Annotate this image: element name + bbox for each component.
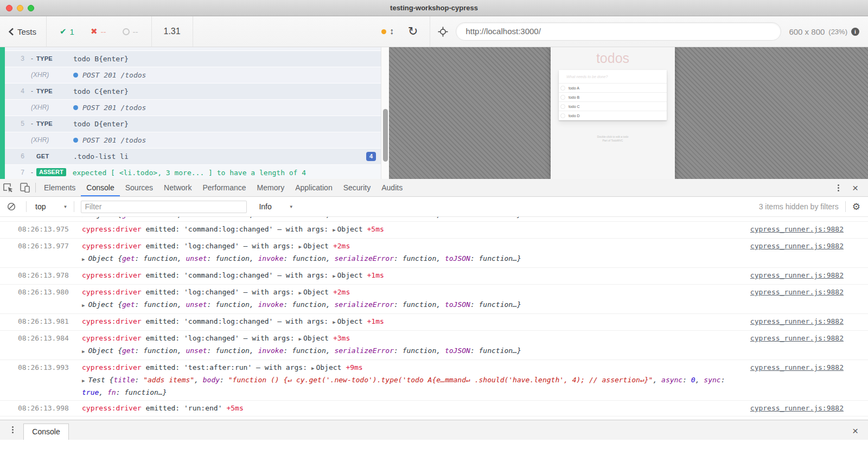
source-link[interactable]: cypress_runner.js:9882: [750, 286, 844, 298]
object-name: Object: [303, 288, 329, 296]
reporter-scrollbar[interactable]: [381, 47, 389, 179]
viewport-dimensions: 600 x 800: [789, 27, 825, 36]
command-row[interactable]: 4-TYPEtodo C{enter}: [5, 84, 389, 100]
minimize-window-button[interactable]: [17, 5, 23, 11]
tab-console[interactable]: Console: [81, 179, 119, 196]
drawer-close-icon[interactable]: ×: [849, 426, 861, 436]
command-message: .todo-list li: [73, 152, 366, 161]
child-command-dash: -: [31, 54, 36, 63]
command-row[interactable]: 7-ASSERTexpected [ <li.todo>, 3 more... …: [5, 165, 389, 179]
child-command-dash: -: [31, 87, 36, 96]
object-name: Object: [303, 242, 329, 250]
console-prompt[interactable]: ›: [0, 416, 868, 420]
debug-module-name: cypress:driver: [82, 363, 142, 371]
expand-arrow-icon[interactable]: ▶: [82, 217, 85, 218]
tab-security[interactable]: Security: [338, 179, 376, 196]
console-entry: 08:26:13.977cypress:driveremitted: 'log:…: [0, 238, 868, 267]
expand-arrow-icon[interactable]: ▶: [299, 336, 302, 342]
command-message: todo B{enter}: [73, 54, 376, 63]
divider: [430, 16, 430, 47]
clear-console-icon[interactable]: [3, 200, 20, 214]
drawer-tab-console[interactable]: Console: [23, 424, 69, 440]
inspect-element-icon[interactable]: [0, 181, 16, 195]
x-mark-icon: ✖: [91, 27, 98, 36]
todo-checkbox[interactable]: [560, 86, 565, 91]
expand-arrow-icon[interactable]: ▶: [333, 227, 335, 233]
xhr-message: POST 201 /todos: [73, 70, 376, 80]
tab-application[interactable]: Application: [290, 179, 338, 196]
expand-arrow-icon[interactable]: ▶: [333, 273, 335, 279]
close-window-button[interactable]: [6, 5, 12, 11]
todo-checkbox[interactable]: [560, 113, 565, 118]
reload-icon[interactable]: ↻: [408, 25, 418, 37]
expand-arrow-icon[interactable]: ▶: [82, 349, 85, 354]
traffic-lights: [6, 5, 34, 11]
expand-arrow-icon[interactable]: ▶: [299, 244, 302, 249]
devtools-menu-icon[interactable]: [833, 182, 844, 194]
selector-playground-icon[interactable]: [438, 27, 448, 37]
xhr-route-row[interactable]: (XHR)POST 201 /todos: [5, 67, 389, 84]
url-input[interactable]: http://localhost:3000/: [456, 22, 781, 41]
xhr-route-row[interactable]: (XHR)POST 201 /todos: [5, 132, 389, 149]
message-text: emitted: 'test:after:run' – with args:: [146, 363, 307, 371]
expand-arrow-icon[interactable]: ▶: [82, 256, 85, 262]
todo-checkbox[interactable]: [560, 95, 565, 100]
auto-scroll-toggle[interactable]: ↕: [381, 27, 394, 36]
tab-memory[interactable]: Memory: [252, 179, 290, 196]
source-link[interactable]: cypress_runner.js:9882: [750, 270, 844, 281]
command-row[interactable]: 3-TYPEtodo B{enter}: [5, 51, 389, 67]
todo-list-item[interactable]: todo B: [559, 93, 667, 102]
tab-network[interactable]: Network: [158, 179, 197, 196]
zoom-window-button[interactable]: [28, 5, 34, 11]
circle-icon: [123, 28, 130, 35]
todo-label: todo B: [569, 95, 579, 99]
command-number: 6: [16, 152, 24, 161]
app-iframe[interactable]: todos What needs to be done? todo Atodo …: [551, 47, 675, 179]
source-link[interactable]: cypress_runner.js:9882: [750, 332, 844, 344]
todo-list-item[interactable]: todo C: [559, 102, 667, 111]
tab-sources[interactable]: Sources: [120, 179, 158, 196]
expand-arrow-icon[interactable]: ▶: [333, 319, 335, 325]
source-link[interactable]: cypress_runner.js:9882: [750, 223, 844, 235]
source-link[interactable]: cypress_runner.js:9882: [750, 362, 844, 373]
object-name: Object: [316, 363, 341, 371]
expand-arrow-icon[interactable]: ▶: [299, 290, 302, 296]
divider: [35, 183, 36, 193]
back-to-tests-button[interactable]: Tests: [9, 27, 36, 36]
console-message: cypress:driveremitted: 'command:log:chan…: [82, 316, 743, 328]
execution-context-select[interactable]: top ▼: [35, 202, 67, 211]
todo-list-item[interactable]: todo D: [559, 111, 667, 120]
console-timestamp: 08:26:13.980: [18, 286, 75, 298]
expand-arrow-icon[interactable]: ▶: [82, 303, 85, 308]
tab-elements[interactable]: Elements: [39, 179, 81, 196]
command-row[interactable]: 6GET.todo-list li4: [5, 149, 389, 165]
xhr-route-row[interactable]: (XHR)POST 201 /todos: [5, 100, 389, 116]
console-entry: 08:26:13.975cypress:driveremitted: 'comm…: [0, 221, 868, 238]
devtools-close-icon[interactable]: ×: [849, 183, 861, 193]
log-level-select[interactable]: Info ▼: [259, 202, 293, 211]
pending-stat[interactable]: --: [123, 27, 138, 36]
scrollbar-thumb[interactable]: [383, 109, 388, 162]
command-row[interactable]: 5-TYPEtodo D{enter}: [5, 116, 389, 132]
device-toolbar-icon[interactable]: [16, 181, 33, 195]
drawer-menu-icon[interactable]: [8, 424, 18, 435]
drawer-content-empty: [0, 440, 868, 449]
tab-audits[interactable]: Audits: [376, 179, 408, 196]
new-todo-input[interactable]: What needs to be done?: [559, 70, 667, 84]
pending-count: --: [133, 27, 138, 36]
console-filter-input[interactable]: [81, 201, 247, 213]
drawer-tabbar: Console ×: [0, 420, 868, 440]
request-dot-icon: [73, 105, 78, 110]
source-link[interactable]: cypress_runner.js:9882: [750, 316, 844, 327]
passed-stat[interactable]: ✔ 1: [60, 27, 74, 36]
info-icon[interactable]: i: [851, 28, 859, 36]
source-link[interactable]: cypress_runner.js:9882: [750, 402, 844, 414]
source-link[interactable]: cypress_runner.js:9882: [750, 240, 844, 252]
expand-arrow-icon[interactable]: ▶: [82, 378, 85, 383]
console-settings-gear-icon[interactable]: ⚙: [852, 201, 860, 213]
expand-arrow-icon[interactable]: ▶: [311, 365, 314, 371]
todo-checkbox[interactable]: [560, 104, 565, 109]
todo-list-item[interactable]: todo A: [559, 84, 667, 93]
tab-performance[interactable]: Performance: [197, 179, 251, 196]
failed-stat[interactable]: ✖ --: [91, 27, 106, 36]
